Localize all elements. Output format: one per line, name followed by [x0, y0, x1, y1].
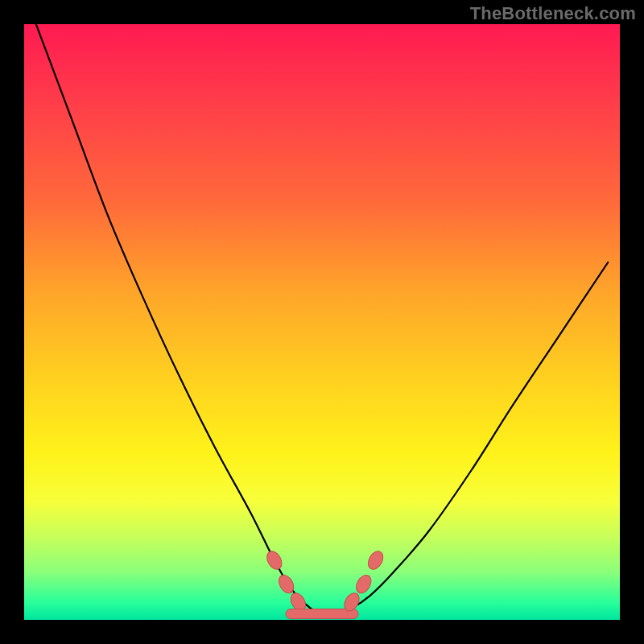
curve-markers: [264, 549, 386, 619]
chart-frame: TheBottleneck.com: [0, 0, 644, 644]
gradient-plot-area: [24, 24, 620, 620]
watermark-text: TheBottleneck.com: [470, 3, 636, 24]
marker-bead: [365, 549, 386, 572]
marker-bead: [353, 572, 374, 596]
bottleneck-curve: [36, 24, 608, 615]
marker-bead: [264, 549, 285, 572]
chart-svg: [24, 24, 620, 620]
